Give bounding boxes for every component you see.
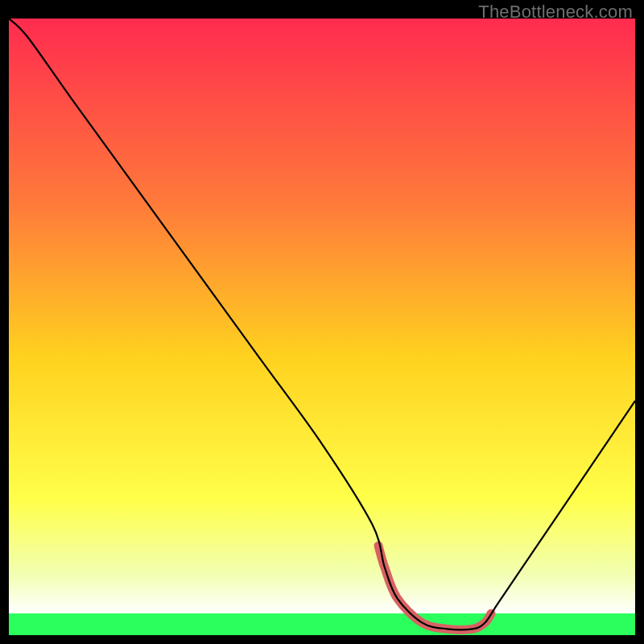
chart-frame xyxy=(9,19,635,635)
gradient-background xyxy=(9,19,635,635)
bottleneck-chart xyxy=(9,19,635,635)
watermark-text: TheBottleneck.com xyxy=(478,2,633,23)
